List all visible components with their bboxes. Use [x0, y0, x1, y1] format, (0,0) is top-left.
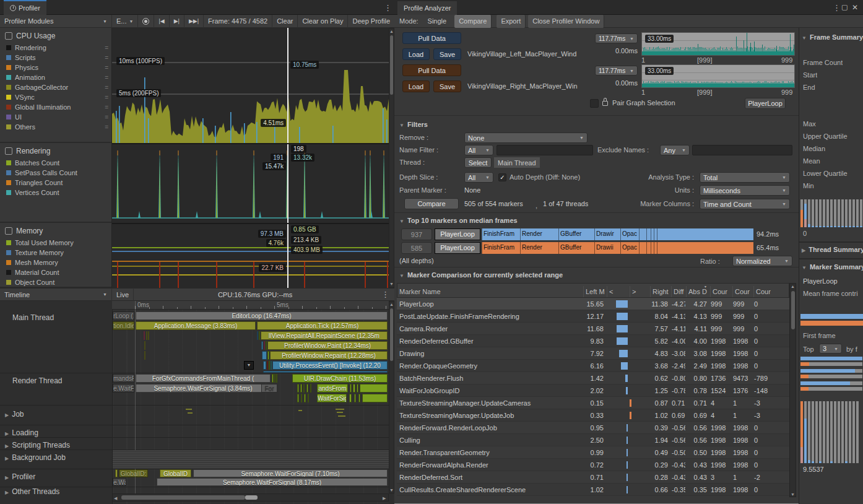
timeline-sample[interactable]: ForGfxCommandsFromMainThread (: [136, 374, 271, 383]
module-item-batches-count[interactable]: Batches Count: [0, 158, 111, 168]
range-dropdown-left[interactable]: 117.77ms▼: [595, 33, 638, 43]
timeline-sample[interactable]: UIR.DrawChain (11.53ms): [292, 374, 388, 383]
module-item-ui[interactable]: UI=: [0, 112, 111, 122]
module-item-rendering[interactable]: Rendering=: [0, 43, 111, 53]
timeline-sample-tick[interactable]: [257, 331, 258, 340]
comparison-scrollbar[interactable]: ▲ ▼: [789, 283, 796, 497]
module-item-material-count[interactable]: Material Count: [0, 267, 111, 277]
module-item-total-used-memory[interactable]: Total Used Memory: [0, 238, 111, 248]
top10-segment[interactable]: [639, 228, 646, 240]
thread-row-profiler[interactable]: ▶Profiler: [5, 472, 35, 481]
module-item-scripts[interactable]: Scripts=: [0, 53, 111, 63]
foldout-closed-icon[interactable]: ▶: [5, 490, 9, 495]
column-header-5[interactable]: Diff: [671, 286, 686, 297]
column-header-7[interactable]: Cour: [710, 286, 732, 297]
tab-profiler[interactable]: Profiler: [4, 0, 46, 15]
mode-single-button[interactable]: Single: [423, 15, 451, 28]
foldout-closed-icon[interactable]: ▶: [5, 475, 9, 480]
compare-button[interactable]: Compare: [404, 198, 459, 209]
load-button-right[interactable]: Load: [402, 80, 430, 92]
top10-bar-blue[interactable]: FinishFramRenderGBufferDrawirOpac: [482, 228, 753, 240]
column-header-1[interactable]: Left M: [583, 286, 607, 297]
close-icon[interactable]: ✕: [852, 3, 858, 12]
top10-segment[interactable]: Opac: [620, 242, 639, 254]
timeline-sample[interactable]: e.WaitForSigna: [113, 384, 134, 393]
top10-segment[interactable]: [657, 242, 753, 254]
timeline-sample-tick[interactable]: [350, 384, 352, 393]
timeline-sample-tick[interactable]: [276, 374, 277, 383]
current-frame-button[interactable]: ▶▶|: [184, 15, 204, 28]
drag-handle[interactable]: =: [105, 94, 108, 101]
units-dropdown[interactable]: Milliseconds▼: [700, 185, 790, 196]
table-row[interactable]: RenderDeferred.GBuffer9.835.82-4.004.001…: [397, 335, 789, 347]
timeline-sample[interactable]: Semaphore.WaitForSignal (3.84ms): [136, 384, 271, 393]
top10-segment[interactable]: FinishFram: [482, 228, 520, 240]
foldout-closed-icon[interactable]: ▶: [5, 456, 9, 461]
top10-segment[interactable]: [646, 242, 651, 254]
table-row[interactable]: Culling2.501.94-0.560.56199819980: [397, 434, 789, 446]
exclude-mode-dropdown[interactable]: Any▼: [660, 145, 690, 155]
module-item-triangles-count[interactable]: Triangles Count: [0, 178, 111, 188]
rendering-chart[interactable]: [112, 144, 389, 223]
timeline-sample[interactable]: rLoop (1.6: [113, 311, 134, 320]
live-toggle[interactable]: Live: [112, 288, 134, 301]
column-header-9[interactable]: Cour: [753, 286, 771, 297]
thread-row-other-threads[interactable]: ▶Other Threads: [5, 487, 59, 496]
load-button-left[interactable]: Load: [402, 48, 430, 60]
table-row[interactable]: RenderForward.RenderLoopJob0.950.39-0.56…: [397, 422, 789, 434]
name-filter-mode-dropdown[interactable]: All▼: [464, 145, 493, 155]
timeline-sample-tick[interactable]: [266, 341, 267, 350]
thread-row-main-thread[interactable]: Main Thread: [12, 313, 54, 322]
foldout-open-icon[interactable]: ▼: [802, 35, 807, 41]
timeline-sample[interactable]: GlobalID: [160, 469, 191, 477]
column-header-6[interactable]: Abs D▼: [686, 286, 710, 297]
timeline-sample-tick[interactable]: [267, 351, 269, 360]
pull-data-button-left[interactable]: Pull Data: [402, 32, 461, 44]
exclude-names-input[interactable]: [692, 145, 792, 155]
table-row[interactable]: Render.OpaqueGeometry6.163.68-2.492.4919…: [397, 360, 789, 372]
table-row[interactable]: PostLateUpdate.FinishFrameRendering12.17…: [397, 310, 789, 323]
drag-handle[interactable]: =: [105, 124, 108, 131]
foldout-open-icon[interactable]: ▼: [399, 123, 404, 128]
table-row[interactable]: TextureStreamingManager.UpdateCameras0.1…: [397, 397, 789, 409]
column-header-3[interactable]: >: [630, 286, 650, 297]
thread-select-button[interactable]: Select: [464, 157, 492, 168]
pull-data-button-right[interactable]: Pull Data: [402, 64, 461, 76]
timeline-sample[interactable]: ProfilerWindow.Paint (12.34ms): [267, 341, 388, 350]
timeline-sample-tick[interactable]: [303, 384, 305, 393]
timeline-sample-tick[interactable]: [308, 394, 309, 402]
timeline-sample[interactable]: Semaphore.WaitForSignal (8.17ms): [157, 478, 388, 486]
column-header-8[interactable]: Cour: [732, 286, 753, 297]
top10-segment[interactable]: GBuffer: [558, 242, 594, 254]
module-item-garbagecollector[interactable]: GarbageCollector=: [0, 82, 111, 92]
timeline-sample-tick[interactable]: [267, 361, 268, 370]
timeline-sample-tick[interactable]: [144, 331, 145, 340]
top10-segment[interactable]: Render: [520, 242, 558, 254]
timeline-sample-tick[interactable]: [261, 341, 263, 350]
timeline-sample-tick[interactable]: [263, 361, 266, 370]
timeline-horizontal-scrollbar[interactable]: ◀ ▶: [112, 493, 389, 502]
table-row[interactable]: BatchRenderer.Flush1.420.62-0.800.801736…: [397, 372, 789, 385]
depth-slice-dropdown[interactable]: All▼: [464, 172, 493, 183]
table-row[interactable]: Camera.Render11.687.57-4.114.119999990: [397, 323, 789, 335]
frame-graph-left[interactable]: 33.00ms: [641, 32, 795, 56]
thread-row-job[interactable]: ▶Job: [5, 410, 24, 419]
module-item-global-illumination[interactable]: Global Illumination=: [0, 102, 111, 112]
next-frame-button[interactable]: ▶|: [170, 15, 184, 28]
table-row[interactable]: RenderDeferred.Sort0.710.28-0.430.4331-2: [397, 471, 789, 484]
timeline-sample[interactable]: mandsFromM: [113, 374, 134, 383]
timeline-sample-tick[interactable]: [264, 341, 265, 350]
thread-row-loading[interactable]: ▶Loading: [5, 428, 38, 437]
table-row[interactable]: Render.TransparentGeometry0.990.49-0.500…: [397, 446, 789, 459]
top10-segment[interactable]: GBuffer: [558, 228, 594, 240]
table-row[interactable]: CullResults.CreateSharedRendererScene1.0…: [397, 484, 789, 496]
timeline-sample-tick[interactable]: [358, 394, 360, 402]
cpu-usage-chart[interactable]: [112, 28, 389, 143]
module-item-vertices-count[interactable]: Vertices Count: [0, 188, 111, 198]
foldout-open-icon[interactable]: ▼: [399, 219, 404, 224]
timeline-sample[interactable]: Application.Message (3.83ms): [136, 321, 256, 330]
timeline-sample-tick[interactable]: [353, 384, 355, 393]
timeline-sample-tick[interactable]: [144, 351, 145, 360]
timeline-sample-tick[interactable]: [272, 374, 274, 383]
column-header-marker-name[interactable]: Marker Name: [397, 286, 583, 297]
